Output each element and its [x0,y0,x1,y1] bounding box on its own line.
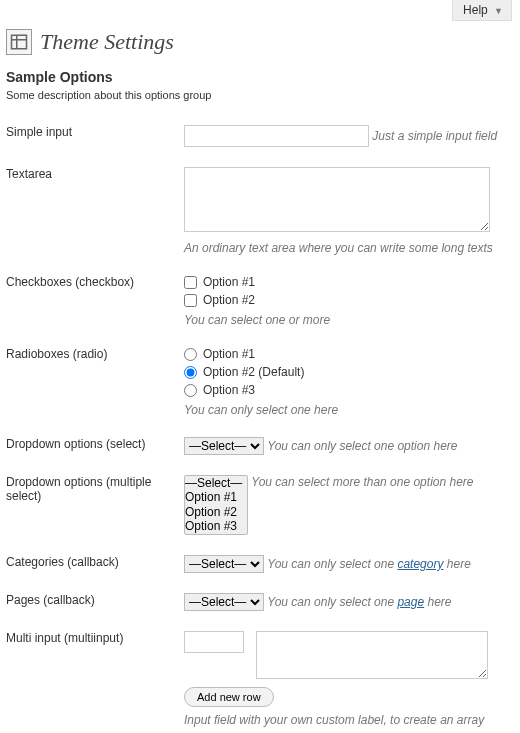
page-link[interactable]: page [397,595,424,609]
help-tab[interactable]: Help ▼ [452,0,512,21]
checkbox-option-1-label: Option #1 [203,275,255,289]
page-header: Theme Settings [0,21,520,59]
chevron-down-icon: ▼ [494,6,503,16]
page-title: Theme Settings [40,29,174,55]
svg-rect-0 [12,35,27,49]
radios-hint: You can only select one here [184,403,514,417]
radios-label: Radioboxes (radio) [0,339,178,429]
dropdown-select[interactable]: —Select— [184,437,264,455]
categories-hint: You can only select one category here [267,557,470,571]
help-label: Help [463,3,488,17]
checkboxes-hint: You can select one or more [184,313,514,327]
checkboxes-label: Checkboxes (checkbox) [0,267,178,339]
textarea-label: Textarea [0,159,178,267]
multiinput-value[interactable] [256,631,488,679]
textarea-hint: An ordinary text area where you can writ… [184,241,514,255]
multiselect-select[interactable]: —Select— Option #1 Option #2 Option #3 [184,475,248,535]
simple-input-hint: Just a simple input field [372,129,497,143]
categories-select[interactable]: —Select— [184,555,264,573]
add-row-button[interactable]: Add new row [184,687,274,707]
multiselect-label: Dropdown options (multiple select) [0,467,178,547]
pages-label: Pages (callback) [0,585,178,623]
section-title: Sample Options [0,59,520,89]
checkbox-option-1[interactable] [184,276,197,289]
dropdown-label: Dropdown options (select) [0,429,178,467]
multiinput-hint: Input field with your own custom label, … [184,713,514,727]
dropdown-hint: You can only select one option here [267,439,457,453]
section-description: Some description about this options grou… [0,89,520,117]
pages-hint: You can only select one page here [267,595,451,609]
checkbox-option-2-label: Option #2 [203,293,255,307]
radio-option-1[interactable] [184,348,197,361]
options-form: Simple input Just a simple input field T… [0,117,520,733]
radio-option-3[interactable] [184,384,197,397]
category-link[interactable]: category [397,557,443,571]
radio-option-2-label: Option #2 (Default) [203,365,304,379]
multiselect-hint: You can select more than one option here [251,475,473,489]
multiinput-key[interactable] [184,631,244,653]
radio-option-1-label: Option #1 [203,347,255,361]
textarea-input[interactable] [184,167,490,232]
theme-settings-icon [6,29,32,55]
radio-option-3-label: Option #3 [203,383,255,397]
multiinput-label: Multi input (multiinput) [0,623,178,733]
radio-option-2[interactable] [184,366,197,379]
pages-select[interactable]: —Select— [184,593,264,611]
categories-label: Categories (callback) [0,547,178,585]
simple-input-label: Simple input [0,117,178,159]
simple-input[interactable] [184,125,369,147]
checkbox-option-2[interactable] [184,294,197,307]
